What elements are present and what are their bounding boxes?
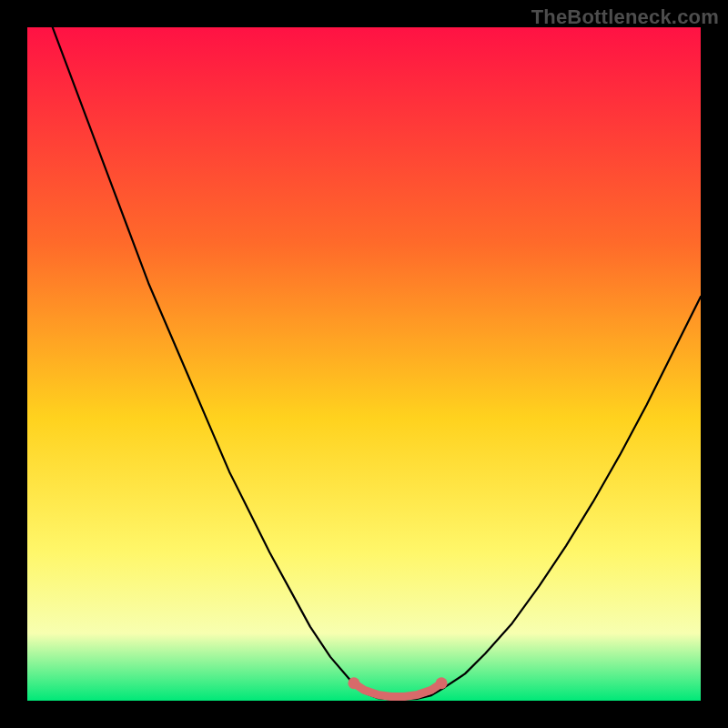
plot-area: [27, 27, 701, 701]
marker-dot: [348, 677, 359, 689]
chart-svg: [27, 27, 701, 701]
marker-dot: [436, 677, 448, 689]
gradient-background: [27, 27, 701, 701]
chart-stage: TheBottleneck.com: [0, 0, 728, 728]
watermark-text: TheBottleneck.com: [531, 5, 719, 29]
